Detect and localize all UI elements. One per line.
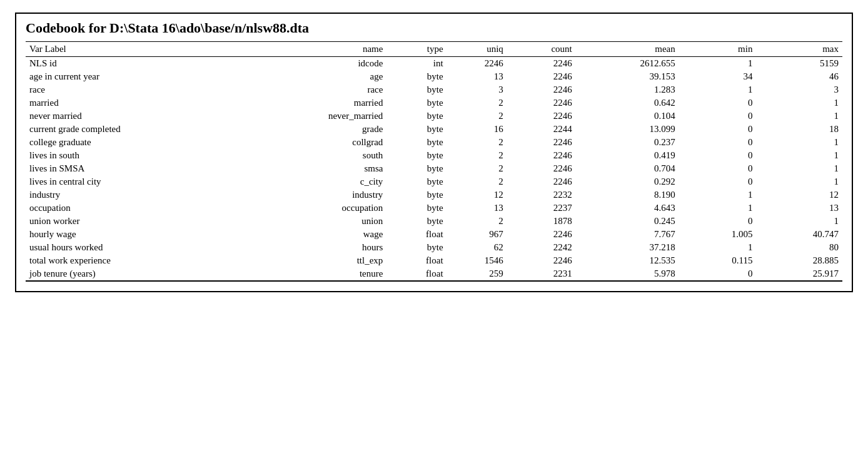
cell-name: never_married (266, 110, 386, 123)
cell-min: 0 (679, 175, 757, 188)
table-row: industryindustrybyte1222328.190112 (26, 188, 842, 202)
cell-min: 0 (679, 267, 757, 281)
cell-min: 0 (679, 162, 757, 175)
table-row: lives in southsouthbyte222460.41901 (26, 149, 842, 162)
cell-uniq: 2 (447, 96, 507, 110)
table-row: current grade completedgradebyte16224413… (26, 123, 842, 136)
cell-uniq: 13 (447, 202, 507, 215)
cell-min: 0 (679, 110, 757, 123)
cell-min: 1 (679, 202, 757, 215)
cell-max: 5159 (756, 57, 842, 71)
cell-name: idcode (266, 57, 386, 71)
cell-var_label: total work experience (26, 254, 266, 267)
cell-name: ttl_exp (266, 254, 386, 267)
table-row: never marriednever_marriedbyte222460.104… (26, 110, 842, 123)
cell-uniq: 2 (447, 215, 507, 228)
cell-var_label: NLS id (26, 57, 266, 71)
cell-mean: 8.190 (576, 188, 679, 202)
cell-mean: 1.283 (576, 83, 679, 96)
cell-var_label: college graduate (26, 136, 266, 149)
cell-uniq: 12 (447, 188, 507, 202)
cell-type: byte (386, 188, 447, 202)
cell-name: industry (266, 188, 386, 202)
cell-max: 13 (756, 202, 842, 215)
table-row: job tenure (years)tenurefloat25922315.97… (26, 267, 842, 281)
cell-count: 1878 (507, 215, 576, 228)
cell-name: hours (266, 241, 386, 254)
cell-type: float (386, 254, 447, 267)
cell-mean: 0.245 (576, 215, 679, 228)
col-header-mean: mean (576, 42, 679, 57)
codebook-container: Codebook for D:\Stata 16\ado\base/n/nlsw… (15, 13, 853, 292)
cell-max: 1 (756, 110, 842, 123)
cell-mean: 0.104 (576, 110, 679, 123)
cell-var_label: union worker (26, 215, 266, 228)
cell-min: 1 (679, 57, 757, 71)
cell-mean: 39.153 (576, 70, 679, 83)
cell-min: 1 (679, 188, 757, 202)
cell-uniq: 16 (447, 123, 507, 136)
cell-count: 2242 (507, 241, 576, 254)
cell-var_label: never married (26, 110, 266, 123)
cell-name: south (266, 149, 386, 162)
table-row: lives in SMSAsmsabyte222460.70401 (26, 162, 842, 175)
cell-max: 1 (756, 162, 842, 175)
table-row: hourly wagewagefloat96722467.7671.00540.… (26, 228, 842, 241)
cell-count: 2246 (507, 228, 576, 241)
cell-mean: 13.099 (576, 123, 679, 136)
cell-name: c_city (266, 175, 386, 188)
cell-var_label: current grade completed (26, 123, 266, 136)
col-header-min: min (679, 42, 757, 57)
cell-min: 0 (679, 149, 757, 162)
cell-min: 34 (679, 70, 757, 83)
cell-type: float (386, 267, 447, 281)
cell-name: smsa (266, 162, 386, 175)
cell-max: 25.917 (756, 267, 842, 281)
table-row: total work experiencettl_expfloat1546224… (26, 254, 842, 267)
cell-name: wage (266, 228, 386, 241)
cell-mean: 0.642 (576, 96, 679, 110)
cell-max: 1 (756, 215, 842, 228)
cell-type: byte (386, 149, 447, 162)
cell-count: 2246 (507, 149, 576, 162)
cell-type: byte (386, 202, 447, 215)
table-row: union workerunionbyte218780.24501 (26, 215, 842, 228)
col-header-var-label: Var Label (26, 42, 266, 57)
cell-mean: 7.767 (576, 228, 679, 241)
cell-var_label: married (26, 96, 266, 110)
cell-name: occupation (266, 202, 386, 215)
cell-type: int (386, 57, 447, 71)
cell-max: 1 (756, 149, 842, 162)
cell-var_label: occupation (26, 202, 266, 215)
cell-type: byte (386, 110, 447, 123)
cell-mean: 0.237 (576, 136, 679, 149)
cell-mean: 0.704 (576, 162, 679, 175)
cell-min: 1 (679, 83, 757, 96)
cell-name: race (266, 83, 386, 96)
col-header-type: type (386, 42, 447, 57)
cell-uniq: 62 (447, 241, 507, 254)
cell-var_label: lives in south (26, 149, 266, 162)
cell-name: collgrad (266, 136, 386, 149)
cell-max: 28.885 (756, 254, 842, 267)
cell-mean: 2612.655 (576, 57, 679, 71)
cell-min: 0 (679, 136, 757, 149)
cell-var_label: industry (26, 188, 266, 202)
table-row: raceracebyte322461.28313 (26, 83, 842, 96)
cell-uniq: 13 (447, 70, 507, 83)
cell-var_label: lives in SMSA (26, 162, 266, 175)
col-header-name: name (266, 42, 386, 57)
cell-name: married (266, 96, 386, 110)
cell-uniq: 2 (447, 136, 507, 149)
cell-count: 2246 (507, 175, 576, 188)
cell-count: 2246 (507, 254, 576, 267)
table-row: usual hours workedhoursbyte62224237.2181… (26, 241, 842, 254)
cell-type: byte (386, 123, 447, 136)
cell-uniq: 967 (447, 228, 507, 241)
codebook-title: Codebook for D:\Stata 16\ado\base/n/nlsw… (26, 20, 842, 36)
cell-max: 12 (756, 188, 842, 202)
cell-var_label: job tenure (years) (26, 267, 266, 281)
table-row: lives in central cityc_citybyte222460.29… (26, 175, 842, 188)
cell-count: 2237 (507, 202, 576, 215)
codebook-table: Var Label name type uniq count mean min … (26, 41, 842, 282)
